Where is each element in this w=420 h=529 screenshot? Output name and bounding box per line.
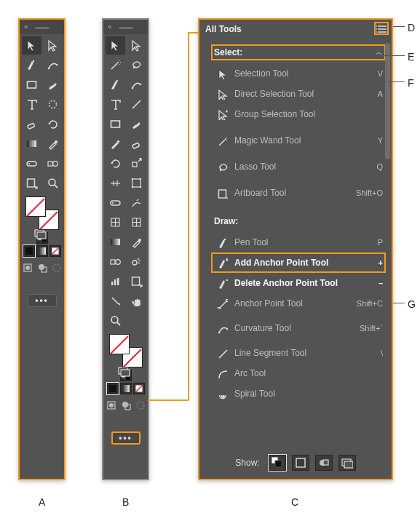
shaper-tool[interactable] bbox=[106, 135, 125, 153]
shape-builder-tool[interactable] bbox=[22, 154, 41, 172]
rectangle-tool[interactable] bbox=[22, 76, 41, 94]
show-mode-3[interactable] bbox=[315, 455, 333, 471]
rectangle-tool[interactable] bbox=[106, 115, 125, 133]
zoom-tool[interactable] bbox=[106, 311, 125, 330]
hand-tool[interactable] bbox=[127, 292, 146, 310]
tool-row-pen[interactable]: Pen Tool P bbox=[211, 232, 386, 252]
rotate-tool[interactable] bbox=[106, 154, 125, 172]
line-segment-tool[interactable] bbox=[127, 95, 146, 114]
pen-icon bbox=[214, 237, 230, 248]
drawer-footer: Show: bbox=[199, 447, 392, 479]
callout-line bbox=[148, 399, 189, 401]
spiral-icon bbox=[214, 389, 230, 399]
magic-wand-tool[interactable] bbox=[106, 56, 125, 74]
panel-drag-area[interactable]: « bbox=[20, 20, 64, 34]
fill-swatch[interactable] bbox=[109, 334, 130, 354]
paintbrush-tool[interactable] bbox=[127, 115, 146, 133]
eyedropper-tool[interactable] bbox=[43, 135, 63, 153]
tool-row-anchor-point[interactable]: Anchor Point Tool Shift+C bbox=[211, 293, 386, 314]
tool-row-spiral[interactable]: Spiral Tool bbox=[211, 383, 386, 404]
tool-row-curvature[interactable]: Curvature Tool Shift+` bbox=[211, 318, 386, 338]
show-mode-4[interactable] bbox=[338, 455, 356, 471]
artboard-tool[interactable] bbox=[22, 174, 41, 192]
draw-normal[interactable] bbox=[105, 399, 117, 411]
curvature-tool[interactable] bbox=[43, 56, 63, 74]
tool-row-add-anchor[interactable]: Add Anchor Point Tool + bbox=[211, 252, 386, 273]
screen-mode[interactable] bbox=[34, 277, 50, 288]
scale-tool[interactable] bbox=[127, 154, 146, 172]
slice-tool[interactable] bbox=[106, 292, 125, 310]
ellipse-tool[interactable] bbox=[43, 95, 63, 114]
gradient-tool[interactable] bbox=[106, 233, 125, 251]
zoom-tool[interactable] bbox=[43, 174, 63, 192]
type-tool[interactable] bbox=[106, 95, 125, 114]
line-icon bbox=[214, 348, 230, 359]
type-tool[interactable] bbox=[22, 95, 41, 114]
tool-row-lasso[interactable]: Lasso Tool Q bbox=[211, 156, 386, 177]
tool-row-direct-selection[interactable]: Direct Selection Tool A bbox=[211, 84, 386, 104]
drawer-menu-button[interactable] bbox=[374, 22, 389, 35]
eraser-tool[interactable] bbox=[127, 135, 146, 153]
blend-tool[interactable] bbox=[106, 252, 125, 271]
section-draw-header[interactable]: Draw: bbox=[211, 213, 386, 229]
collapse-icon[interactable]: « bbox=[24, 23, 28, 31]
tool-row-artboard[interactable]: Artboard Tool Shift+O bbox=[211, 183, 386, 203]
draw-inside[interactable] bbox=[50, 261, 63, 274]
pen-tool[interactable] bbox=[106, 76, 125, 94]
puppet-warp-tool[interactable] bbox=[127, 194, 146, 212]
lasso-tool[interactable] bbox=[127, 56, 146, 74]
callout-line bbox=[380, 55, 405, 56]
perspective-grid-tool[interactable] bbox=[106, 213, 125, 231]
tool-row-group-selection[interactable]: Group Selection Tool bbox=[211, 104, 386, 124]
rotate-tool[interactable] bbox=[43, 115, 63, 133]
selection-tool[interactable] bbox=[22, 36, 41, 55]
draw-normal[interactable] bbox=[21, 261, 33, 274]
gradient-tool[interactable] bbox=[22, 135, 41, 153]
fill-swatch[interactable] bbox=[25, 196, 46, 217]
artboard-tool[interactable] bbox=[127, 272, 146, 290]
symbol-sprayer-tool[interactable] bbox=[127, 252, 146, 271]
show-mode-2[interactable] bbox=[292, 455, 309, 471]
direct-selection-tool[interactable] bbox=[127, 36, 146, 55]
fill-stroke-widget[interactable] bbox=[25, 196, 59, 230]
place-tool[interactable] bbox=[43, 154, 63, 172]
selection-tool[interactable] bbox=[106, 36, 125, 55]
tool-row-selection[interactable]: Selection Tool V bbox=[211, 63, 386, 84]
anchor-point-icon bbox=[214, 298, 230, 309]
panel-drag-area[interactable]: « bbox=[103, 20, 148, 34]
edit-toolbar-button[interactable]: ••• bbox=[111, 431, 140, 445]
curvature-tool[interactable] bbox=[127, 76, 146, 94]
eraser-tool[interactable] bbox=[22, 115, 41, 133]
edit-toolbar-button[interactable]: ••• bbox=[28, 294, 57, 307]
scrollbar-thumb[interactable] bbox=[385, 43, 390, 159]
fill-stroke-widget[interactable] bbox=[109, 334, 143, 367]
screen-mode[interactable] bbox=[118, 414, 134, 426]
draw-inside[interactable] bbox=[134, 399, 146, 411]
none-fill-button[interactable] bbox=[49, 245, 61, 257]
column-graph-tool[interactable] bbox=[106, 272, 125, 290]
direct-selection-tool[interactable] bbox=[43, 36, 63, 55]
selection-icon bbox=[214, 68, 230, 79]
shape-builder-tool[interactable] bbox=[106, 194, 125, 212]
artboard-icon bbox=[214, 188, 230, 199]
color-fill-button[interactable] bbox=[107, 383, 119, 394]
none-fill-button[interactable] bbox=[133, 383, 145, 394]
pen-tool[interactable] bbox=[22, 56, 41, 74]
svg-point-43 bbox=[53, 264, 60, 271]
tool-row-delete-anchor[interactable]: Delete Anchor Point Tool – bbox=[211, 273, 386, 293]
mesh-tool[interactable] bbox=[127, 213, 146, 231]
svg-rect-54 bbox=[323, 460, 328, 465]
free-transform-tool[interactable] bbox=[127, 174, 146, 192]
show-mode-1[interactable] bbox=[269, 455, 286, 471]
paintbrush-tool[interactable] bbox=[43, 76, 63, 94]
section-select-header[interactable]: Select: ︿ bbox=[211, 44, 386, 60]
color-fill-button[interactable] bbox=[23, 245, 35, 257]
callout-line bbox=[188, 32, 189, 400]
tool-row-line-segment[interactable]: Line Segment Tool \ bbox=[211, 343, 386, 363]
eyedropper-tool[interactable] bbox=[127, 233, 146, 251]
width-tool[interactable] bbox=[106, 174, 125, 192]
tool-row-arc[interactable]: Arc Tool bbox=[211, 363, 386, 383]
tool-row-magic-wand[interactable]: Magic Wand Tool Y bbox=[211, 130, 386, 151]
callout-letter: A bbox=[39, 496, 45, 508]
collapse-icon[interactable]: « bbox=[108, 23, 112, 31]
